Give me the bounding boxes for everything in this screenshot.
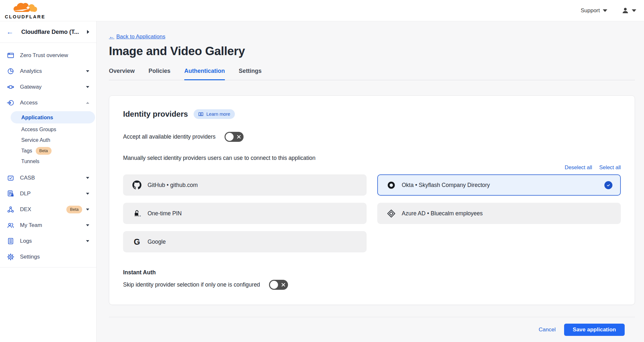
main-content: ← Back to Applications Image and Video G… bbox=[97, 21, 644, 342]
sidebar-item-settings[interactable]: Settings bbox=[0, 249, 96, 265]
back-arrow-icon: ← bbox=[109, 34, 114, 40]
select-all-link[interactable]: Select all bbox=[599, 164, 621, 171]
chevron-down-icon bbox=[86, 240, 89, 242]
svg-text:****: **** bbox=[134, 215, 141, 218]
identity-providers-card: Identity providers Learn more Accept all… bbox=[109, 95, 635, 305]
sidebar-item-analytics[interactable]: Analytics bbox=[0, 63, 96, 79]
sidebar-item-label: Settings bbox=[20, 254, 89, 260]
cloudflare-logo[interactable]: CLOUDFLARE bbox=[4, 2, 46, 19]
page-title: Image and Video Gallery bbox=[109, 44, 635, 58]
chevron-down-icon bbox=[86, 86, 89, 88]
tab-overview[interactable]: Overview bbox=[109, 68, 135, 80]
manual-select-label: Manually select identity providers users… bbox=[123, 155, 621, 161]
sidebar-item-dlp[interactable]: DLP bbox=[0, 186, 96, 201]
sidebar-item-label: Tunnels bbox=[21, 159, 39, 164]
google-icon: G bbox=[134, 237, 140, 247]
cancel-button[interactable]: Cancel bbox=[539, 327, 556, 333]
provider-name: Google bbox=[148, 239, 358, 245]
sidebar-item-label: Gateway bbox=[20, 84, 86, 90]
provider-name: One-time PIN bbox=[148, 210, 358, 217]
instant-auth-toggle[interactable] bbox=[269, 280, 288, 290]
provider-google[interactable]: G Google bbox=[123, 231, 367, 252]
account-switcher[interactable]: ← Cloudflare Demo (T... bbox=[0, 21, 96, 43]
accept-all-toggle[interactable] bbox=[225, 132, 244, 142]
chevron-right-icon[interactable] bbox=[87, 30, 89, 34]
sidebar-item-applications[interactable]: Applications bbox=[11, 111, 95, 123]
sidebar-item-zero-trust-overview[interactable]: Zero Trust overview bbox=[0, 47, 96, 63]
back-arrow-icon[interactable]: ← bbox=[6, 28, 14, 35]
analytics-pie-icon bbox=[7, 67, 14, 75]
casb-check-icon bbox=[7, 174, 14, 182]
learn-more-badge[interactable]: Learn more bbox=[194, 109, 235, 119]
sidebar-item-gateway[interactable]: Gateway bbox=[0, 79, 96, 95]
provider-one-time-pin[interactable]: **** One-time PIN bbox=[123, 203, 367, 224]
sidebar-item-access-groups[interactable]: Access Groups bbox=[0, 124, 96, 135]
sidebar-divider bbox=[0, 267, 96, 268]
sidebar-item-tags[interactable]: Tags Beta bbox=[0, 145, 96, 156]
learn-more-label: Learn more bbox=[206, 112, 230, 117]
account-name: Cloudflare Demo (T... bbox=[21, 29, 87, 35]
instant-auth-label: Skip identity provider selection if only… bbox=[123, 281, 260, 288]
brand-name: CLOUDFLARE bbox=[5, 14, 45, 19]
cloudflare-cloud-icon bbox=[11, 2, 39, 15]
chevron-down-icon bbox=[86, 209, 89, 210]
sidebar: ← Cloudflare Demo (T... Zero Trust overv… bbox=[0, 21, 97, 342]
support-menu[interactable]: Support bbox=[581, 7, 607, 14]
footer-divider bbox=[109, 317, 635, 317]
access-subnav: Applications Access Groups Service Auth … bbox=[0, 111, 96, 170]
github-icon bbox=[132, 181, 141, 190]
user-account-menu[interactable] bbox=[621, 7, 636, 15]
sidebar-item-service-auth[interactable]: Service Auth bbox=[0, 135, 96, 145]
top-bar: CLOUDFLARE Support bbox=[0, 0, 644, 21]
chevron-down-icon bbox=[632, 9, 636, 12]
access-login-icon bbox=[7, 99, 14, 107]
sidebar-item-my-team[interactable]: My Team bbox=[0, 217, 96, 233]
sidebar-item-label: DEX bbox=[20, 206, 63, 213]
selected-check-badge bbox=[604, 181, 612, 189]
provider-okta[interactable]: Okta • Skyflash Company Directory bbox=[377, 174, 621, 196]
sidebar-item-label: CASB bbox=[20, 175, 86, 181]
accept-all-label: Accept all available identity providers bbox=[123, 133, 216, 140]
dex-network-icon bbox=[7, 206, 14, 213]
save-application-button[interactable]: Save application bbox=[564, 324, 625, 336]
tab-policies[interactable]: Policies bbox=[149, 68, 170, 80]
x-icon bbox=[281, 283, 285, 287]
tab-bar: Overview Policies Authentication Setting… bbox=[109, 68, 635, 80]
one-time-pin-lock-icon: **** bbox=[133, 209, 141, 218]
window-icon bbox=[7, 52, 14, 59]
team-people-icon bbox=[7, 221, 14, 229]
provider-github[interactable]: GitHub • github.com bbox=[123, 174, 367, 196]
gear-icon bbox=[7, 253, 14, 261]
tab-settings[interactable]: Settings bbox=[239, 68, 262, 80]
back-to-applications-link[interactable]: ← Back to Applications bbox=[109, 34, 165, 40]
okta-icon bbox=[387, 181, 396, 190]
check-icon bbox=[606, 183, 611, 188]
footer-actions: Cancel Save application bbox=[109, 324, 625, 336]
provider-name: Azure AD • Bluecalm employees bbox=[402, 210, 612, 217]
sidebar-item-casb[interactable]: CASB bbox=[0, 170, 96, 186]
azure-ad-icon bbox=[387, 209, 396, 218]
sidebar-item-label: Zero Trust overview bbox=[20, 52, 89, 59]
chevron-down-icon bbox=[86, 193, 89, 195]
tab-authentication[interactable]: Authentication bbox=[184, 68, 225, 80]
user-icon bbox=[621, 7, 629, 15]
sidebar-item-logs[interactable]: Logs bbox=[0, 233, 96, 249]
deselect-all-link[interactable]: Deselect all bbox=[565, 164, 592, 171]
provider-name: GitHub • github.com bbox=[148, 182, 358, 189]
chevron-down-icon bbox=[86, 224, 89, 226]
sidebar-nav: Zero Trust overview Analytics Gateway bbox=[0, 43, 96, 265]
back-link-label: Back to Applications bbox=[116, 34, 165, 40]
logs-document-icon bbox=[7, 237, 14, 245]
chevron-up-icon bbox=[86, 102, 89, 104]
sidebar-item-label: Tags bbox=[21, 148, 32, 154]
sidebar-item-tunnels[interactable]: Tunnels bbox=[0, 156, 96, 167]
sidebar-item-label: Access Groups bbox=[21, 127, 56, 132]
provider-azure-ad[interactable]: Azure AD • Bluecalm employees bbox=[377, 203, 621, 224]
sidebar-item-access[interactable]: Access bbox=[0, 95, 96, 111]
sidebar-item-label: Logs bbox=[20, 238, 86, 244]
dlp-document-lock-icon bbox=[7, 190, 14, 198]
sidebar-item-label: Service Auth bbox=[21, 137, 50, 143]
sidebar-item-dex[interactable]: DEX Beta bbox=[0, 201, 96, 217]
instant-auth-section: Instant Auth Skip identity provider sele… bbox=[123, 269, 621, 290]
sidebar-item-label: Access bbox=[20, 100, 86, 106]
